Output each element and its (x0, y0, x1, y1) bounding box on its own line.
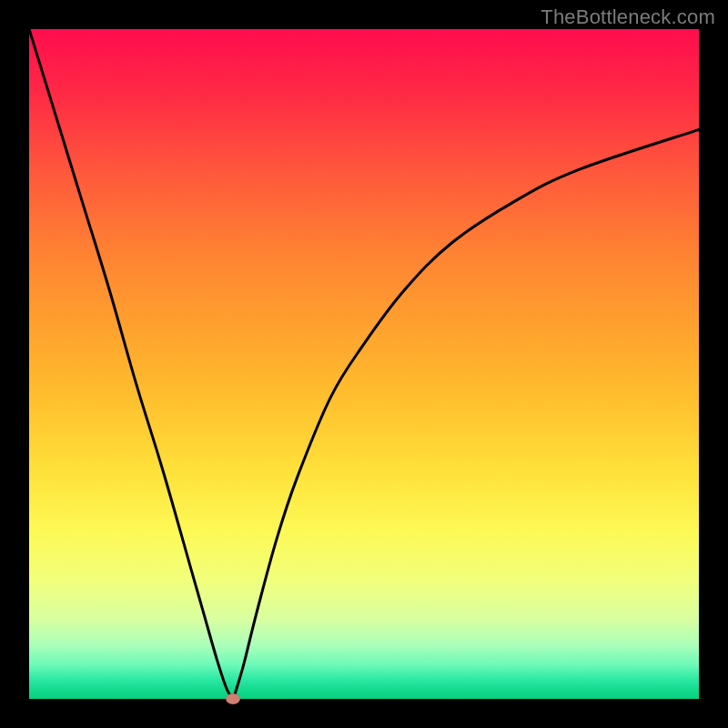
watermark-text: TheBottleneck.com (541, 5, 715, 29)
plot-area (29, 29, 699, 699)
bottleneck-curve (29, 29, 699, 699)
chart-frame: TheBottleneck.com (0, 0, 728, 728)
minimum-marker (226, 693, 240, 704)
curve-path (29, 29, 699, 699)
